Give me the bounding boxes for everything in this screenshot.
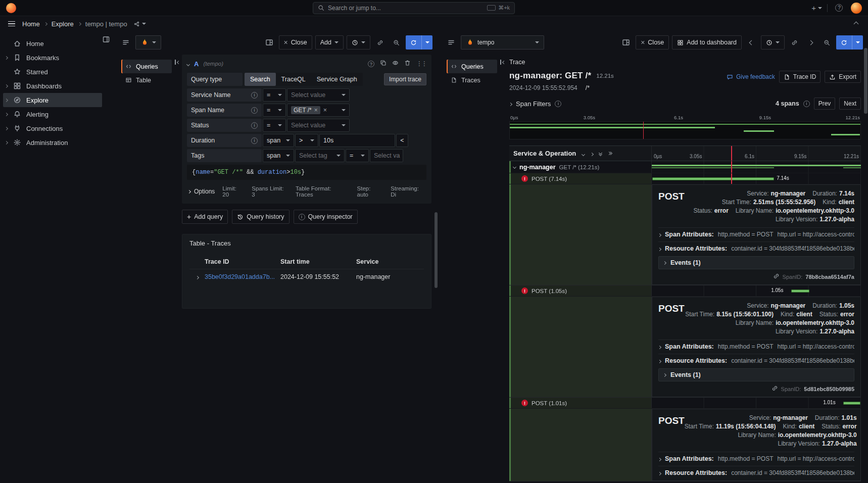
rail-item-queries[interactable]: Queries bbox=[121, 60, 172, 73]
add-query-button[interactable]: +Add query bbox=[182, 210, 228, 224]
search-input[interactable] bbox=[328, 5, 484, 12]
user-avatar[interactable] bbox=[851, 3, 862, 14]
import-trace-button[interactable]: Import trace bbox=[384, 73, 426, 85]
duration-max-operator-select[interactable]: < bbox=[396, 134, 408, 147]
add-dropdown-button[interactable]: Add bbox=[315, 35, 344, 50]
sidebar-item-home[interactable]: Home bbox=[3, 36, 102, 51]
tags-value-select[interactable]: Select va bbox=[370, 149, 403, 162]
status-value-select[interactable]: Select value bbox=[287, 119, 350, 132]
help-button[interactable]: ? bbox=[833, 1, 846, 15]
close-pane-button[interactable]: ×Close bbox=[636, 35, 669, 50]
expand-chevron-icon[interactable] bbox=[5, 112, 8, 116]
clear-value-icon[interactable]: × bbox=[323, 107, 327, 114]
pane-outline-button[interactable] bbox=[445, 35, 458, 50]
sidebar-item-dashboards[interactable]: Dashboards bbox=[3, 79, 102, 93]
duration-scope-select[interactable]: span bbox=[263, 134, 294, 147]
collapse-rail-button[interactable] bbox=[175, 60, 180, 65]
sidebar-item-explore[interactable]: Explore bbox=[3, 93, 102, 107]
events-toggle[interactable]: Events (1) bbox=[658, 256, 854, 269]
minimap-canvas[interactable] bbox=[509, 121, 861, 139]
sidebar-item-connections[interactable]: Connections bbox=[3, 121, 102, 135]
rail-item-table[interactable]: Table bbox=[121, 73, 172, 87]
menu-toggle-button[interactable] bbox=[6, 19, 17, 29]
span-row-root[interactable]: ng-manager GET /* (12.21s) bbox=[509, 161, 861, 173]
expand-one-button[interactable] bbox=[591, 150, 593, 157]
span-attributes-toggle[interactable]: Span Attributes: http.method = POST http… bbox=[658, 340, 854, 350]
tab-service-graph[interactable]: Service Graph bbox=[311, 73, 363, 86]
run-query-button[interactable] bbox=[406, 35, 432, 50]
sidebar-item-administration[interactable]: Administration bbox=[3, 135, 102, 150]
expand-chevron-icon[interactable] bbox=[5, 56, 8, 59]
span-filters-toggle[interactable] bbox=[509, 100, 512, 107]
expand-all-button[interactable] bbox=[608, 152, 612, 155]
dock-sidebar-button[interactable] bbox=[102, 35, 110, 45]
breadcrumb-explore[interactable]: Explore bbox=[52, 20, 74, 28]
rail-item-queries[interactable]: Queries bbox=[447, 60, 497, 73]
duplicate-query-button[interactable] bbox=[380, 60, 387, 68]
time-picker-button[interactable] bbox=[347, 35, 370, 50]
run-query-options-button[interactable] bbox=[852, 35, 863, 50]
export-button[interactable]: Export bbox=[825, 71, 861, 83]
page-scrollbar[interactable] bbox=[864, 48, 867, 114]
span-row[interactable]: ! POST (7.14s) 7.14s bbox=[509, 173, 861, 184]
expand-chevron-icon[interactable] bbox=[5, 84, 8, 87]
left-pane-scrollbar[interactable] bbox=[435, 212, 438, 288]
zoom-out-button[interactable] bbox=[390, 35, 403, 50]
search-bar[interactable]: ⌘+k bbox=[313, 2, 515, 14]
close-pane-button[interactable]: ×Close bbox=[279, 35, 312, 50]
rail-item-traces[interactable]: Traces bbox=[447, 73, 497, 87]
delete-query-button[interactable] bbox=[404, 60, 411, 68]
disable-query-button[interactable] bbox=[392, 60, 399, 68]
service-name-operator-select[interactable]: = bbox=[263, 88, 286, 102]
time-shift-back-button[interactable] bbox=[745, 35, 758, 50]
span-bar[interactable] bbox=[652, 165, 861, 166]
prev-span-button[interactable]: Prev bbox=[814, 98, 836, 110]
options-toggle[interactable]: Options bbox=[188, 188, 215, 195]
grafana-logo[interactable] bbox=[6, 3, 16, 13]
run-query-options-button[interactable] bbox=[421, 35, 432, 50]
next-span-button[interactable]: Next bbox=[839, 98, 861, 110]
span-attributes-toggle[interactable]: Span Attributes: http.method = POST http… bbox=[658, 227, 854, 238]
pane-outline-button[interactable] bbox=[119, 35, 132, 50]
expand-chevron-icon[interactable] bbox=[5, 140, 8, 144]
sidebar-item-starred[interactable]: Starred bbox=[3, 65, 102, 79]
span-name-operator-select[interactable]: = bbox=[263, 104, 286, 117]
trace-minimap[interactable]: 0μs 3.05s 6.1s 9.15s 12.21s bbox=[507, 115, 861, 139]
collapse-one-button[interactable] bbox=[582, 150, 585, 157]
duration-operator-select[interactable]: > bbox=[295, 134, 318, 147]
copy-spanid-button[interactable] bbox=[771, 385, 778, 393]
span-name-chip[interactable]: GET /*× bbox=[291, 106, 320, 114]
share-shortcut-button[interactable] bbox=[133, 21, 146, 27]
span-row[interactable]: ! POST (1.01s) 1.01s bbox=[509, 398, 861, 409]
give-feedback-link[interactable]: Give feedback bbox=[727, 73, 775, 80]
datasource-picker[interactable] bbox=[135, 35, 161, 50]
time-picker-button[interactable] bbox=[761, 35, 785, 50]
collapse-all-button[interactable] bbox=[599, 152, 602, 156]
copy-spanid-button[interactable] bbox=[773, 273, 780, 280]
service-name-value-select[interactable]: Select value bbox=[287, 88, 350, 102]
collapse-children-icon[interactable] bbox=[513, 165, 516, 169]
collapse-header-button[interactable] bbox=[850, 18, 862, 29]
duration-value-input[interactable]: 10s bbox=[319, 134, 395, 147]
events-toggle[interactable]: Events (1) bbox=[658, 368, 854, 381]
tags-scope-select[interactable]: span bbox=[263, 149, 294, 162]
run-query-button[interactable] bbox=[836, 35, 863, 50]
query-inspector-button[interactable]: iQuery inspector bbox=[294, 210, 358, 224]
span-row[interactable]: ! POST (1.05s) 1.05s bbox=[509, 285, 861, 297]
tags-operator-select[interactable]: = bbox=[346, 149, 369, 162]
trace-id-link[interactable]: 35be0f3d29a01adda7b... bbox=[205, 273, 280, 280]
copy-link-button[interactable] bbox=[788, 35, 801, 50]
breadcrumb-home[interactable]: Home bbox=[22, 20, 40, 28]
move-to-split-button[interactable] bbox=[619, 35, 633, 50]
span-name-value-select[interactable]: GET /*× × bbox=[287, 104, 350, 117]
collapse-rail-button[interactable] bbox=[500, 60, 505, 65]
span-bar[interactable] bbox=[652, 177, 774, 180]
span-attributes-toggle[interactable]: Span Attributes: http.method = POST http… bbox=[658, 452, 854, 462]
copy-link-button[interactable] bbox=[373, 35, 387, 50]
move-to-split-button[interactable] bbox=[263, 35, 276, 50]
tags-key-select[interactable]: Select tag bbox=[295, 149, 345, 162]
time-shift-forward-button[interactable] bbox=[804, 35, 817, 50]
status-operator-select[interactable]: = bbox=[263, 119, 286, 132]
expand-chevron-icon[interactable] bbox=[5, 98, 8, 102]
sidebar-item-alerting[interactable]: Alerting bbox=[3, 107, 102, 121]
